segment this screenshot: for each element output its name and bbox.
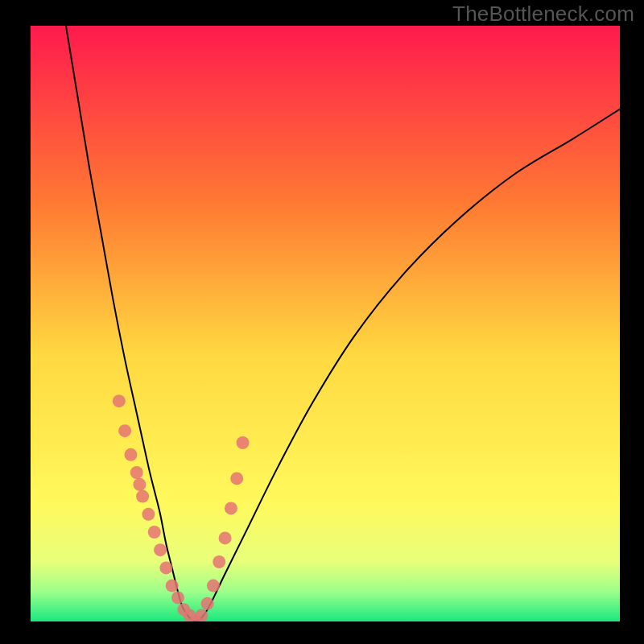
sample-point: [154, 543, 167, 556]
sample-point: [225, 502, 237, 514]
sample-point: [159, 561, 172, 574]
sample-point: [207, 580, 220, 592]
sample-point: [237, 436, 250, 449]
sample-point: [201, 597, 214, 610]
chart-frame: TheBottleneck.com: [0, 0, 644, 644]
sample-point: [166, 580, 179, 592]
sample-point: [148, 526, 161, 539]
sample-point: [118, 424, 131, 437]
sample-point: [195, 609, 208, 621]
plot-background: [31, 26, 620, 621]
sample-point: [130, 466, 143, 479]
sample-point: [171, 591, 184, 604]
sample-point: [219, 531, 232, 544]
sample-point: [213, 555, 225, 568]
sample-point: [230, 472, 243, 485]
sample-point: [133, 478, 146, 491]
sample-point: [142, 508, 155, 521]
chart-svg: [31, 26, 620, 621]
watermark-label: TheBottleneck.com: [452, 2, 634, 27]
sample-point: [113, 394, 126, 407]
plot-area: [31, 26, 620, 621]
sample-point: [124, 448, 137, 461]
sample-point: [136, 490, 149, 503]
